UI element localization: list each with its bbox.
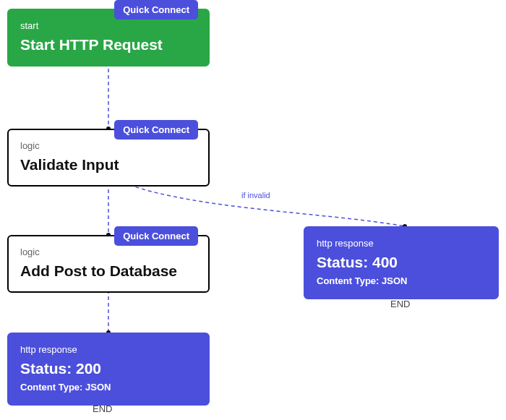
node-title: Status: 200 [20,359,197,377]
node-response-200[interactable]: http response Status: 200 Content Type: … [7,333,210,406]
node-tag: http response [20,344,197,355]
node-subtitle: Content Type: JSON [20,382,197,393]
quick-connect-button[interactable]: Quick Connect [114,226,198,246]
node-tag: http response [317,238,486,249]
node-subtitle: Content Type: JSON [317,275,486,286]
node-title: Status: 400 [317,253,486,271]
node-title: Validate Input [20,155,197,173]
quick-connect-label: Quick Connect [123,4,189,15]
node-add-post[interactable]: Quick Connect logic Add Post to Database [7,235,210,293]
node-title: Start HTTP Request [20,35,197,53]
quick-connect-button[interactable]: Quick Connect [114,0,198,20]
quick-connect-label: Quick Connect [123,124,189,135]
node-title: Add Post to Database [20,262,197,280]
node-tag: logic [20,140,197,151]
quick-connect-label: Quick Connect [123,231,189,241]
quick-connect-button[interactable]: Quick Connect [114,120,198,140]
flow-canvas: Quick Connect start Start HTTP Request Q… [0,0,506,420]
end-label-left: END [93,403,112,414]
node-response-400[interactable]: http response Status: 400 Content Type: … [304,226,499,299]
edge-label-if-invalid: if invalid [239,191,273,200]
node-tag: logic [20,247,197,257]
node-validate[interactable]: Quick Connect logic Validate Input [7,129,210,187]
end-label-right: END [390,299,410,309]
node-start[interactable]: Quick Connect start Start HTTP Request [7,9,210,67]
node-tag: start [20,20,197,31]
